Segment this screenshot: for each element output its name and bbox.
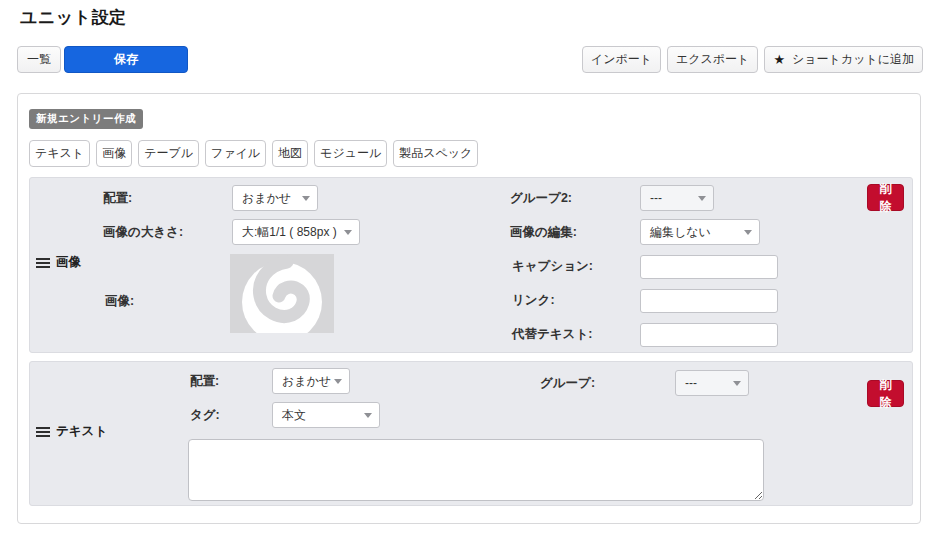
- caret-down-icon: [344, 230, 352, 235]
- spiral-logo: [230, 254, 334, 333]
- caret-down-icon: [733, 381, 741, 386]
- group-select-value: ---: [685, 376, 697, 390]
- unit-type-button-file[interactable]: ファイル: [205, 140, 266, 167]
- import-button[interactable]: インポート: [582, 46, 661, 73]
- menu-icon: [36, 258, 50, 268]
- tag-label: タグ:: [190, 402, 220, 428]
- delete-button[interactable]: 削除: [867, 184, 904, 211]
- delete-button[interactable]: 削除: [867, 380, 904, 407]
- caption-input[interactable]: [640, 255, 778, 279]
- unit-type-button-table[interactable]: テーブル: [138, 140, 199, 167]
- caption-label: キャプション:: [512, 254, 593, 278]
- unit-type-button-product-spec[interactable]: 製品スペック: [393, 140, 478, 167]
- image-size-select-value: 大:幅1/1 ( 858px ): [242, 224, 337, 241]
- drag-handle-image[interactable]: 画像: [36, 254, 81, 271]
- group-label: グループ:: [540, 370, 595, 396]
- group2-label: グループ2:: [510, 185, 572, 211]
- link-input[interactable]: [640, 289, 778, 313]
- group2-select-value: ---: [650, 191, 662, 205]
- image-size-label: 画像の大きさ:: [103, 219, 183, 245]
- tag-select[interactable]: 本文: [272, 402, 380, 428]
- add-unit-buttons: テキスト 画像 テーブル ファイル 地図 モジュール 製品スペック: [29, 140, 478, 167]
- star-icon: ★: [773, 53, 785, 66]
- alt-text-label: 代替テキスト:: [512, 322, 592, 346]
- unit-handle-label: 画像: [56, 254, 81, 271]
- caret-down-icon: [698, 196, 706, 201]
- drag-handle-text[interactable]: テキスト: [36, 423, 107, 440]
- unit-row-image: 画像 配置: おまかせ 画像の大きさ: 大:幅1/1 ( 858px ) 画像:…: [29, 177, 913, 353]
- tag-select-value: 本文: [282, 407, 306, 424]
- text-unit-textarea[interactable]: [188, 439, 764, 501]
- layout-label: 配置:: [103, 185, 132, 211]
- image-size-select[interactable]: 大:幅1/1 ( 858px ): [232, 219, 360, 245]
- caret-down-icon: [364, 413, 372, 418]
- layout-select-value: おまかせ: [282, 373, 331, 390]
- image-label: 画像:: [105, 288, 134, 314]
- unit-type-button-map[interactable]: 地図: [272, 140, 308, 167]
- image-edit-label: 画像の編集:: [510, 219, 577, 245]
- save-button[interactable]: 保存: [64, 46, 188, 73]
- toolbar-left: 一覧 保存: [17, 46, 188, 73]
- link-label: リンク:: [512, 288, 555, 312]
- layout-label: 配置:: [190, 368, 219, 394]
- export-button[interactable]: エクスポート: [667, 46, 758, 73]
- menu-icon: [36, 427, 50, 437]
- add-shortcut-button[interactable]: ★ ショートカットに追加: [764, 46, 923, 73]
- unit-settings-panel: 新規エントリー作成 テキスト 画像 テーブル ファイル 地図 モジュール 製品ス…: [17, 93, 921, 524]
- unit-type-button-image[interactable]: 画像: [96, 140, 132, 167]
- group-select[interactable]: ---: [675, 370, 749, 396]
- alt-text-input[interactable]: [640, 323, 778, 347]
- add-shortcut-label: ショートカットに追加: [792, 51, 914, 68]
- page-title: ユニット設定: [20, 6, 127, 29]
- layout-select[interactable]: おまかせ: [232, 185, 318, 211]
- list-button[interactable]: 一覧: [17, 46, 61, 73]
- group2-select[interactable]: ---: [640, 185, 714, 211]
- caret-down-icon: [334, 379, 342, 384]
- layout-select-value: おまかせ: [242, 190, 291, 207]
- layout-select[interactable]: おまかせ: [272, 368, 350, 394]
- new-entry-badge: 新規エントリー作成: [29, 109, 143, 129]
- image-edit-select-value: 編集しない: [650, 224, 711, 241]
- image-thumbnail[interactable]: [230, 254, 334, 333]
- unit-type-button-module[interactable]: モジュール: [314, 140, 387, 167]
- image-edit-select[interactable]: 編集しない: [640, 219, 760, 245]
- caret-down-icon: [302, 196, 310, 201]
- unit-handle-label: テキスト: [56, 423, 107, 440]
- caret-down-icon: [744, 230, 752, 235]
- unit-type-button-text[interactable]: テキスト: [29, 140, 90, 167]
- toolbar-right: インポート エクスポート ★ ショートカットに追加: [582, 46, 923, 73]
- unit-row-text: テキスト 配置: おまかせ タグ: 本文 グループ: --- 削除: [29, 361, 913, 506]
